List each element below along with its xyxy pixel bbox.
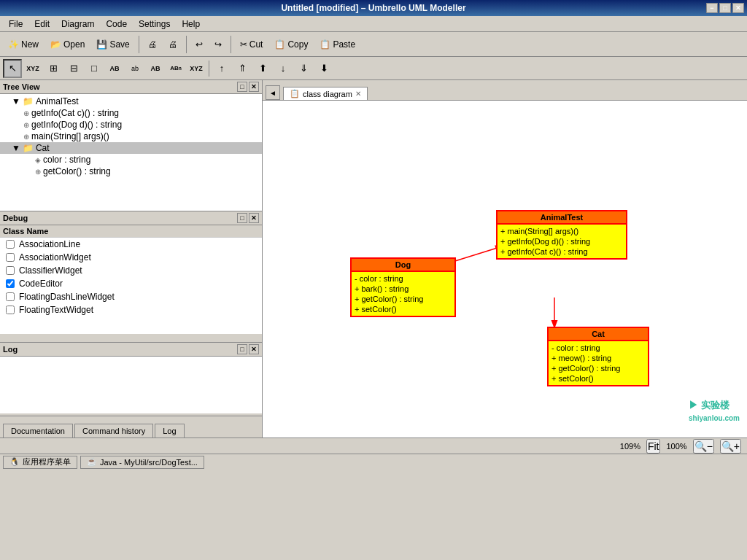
tree-item-label: getInfo(Dog d)() : string [31,120,122,130]
tree-item-main[interactable]: ⊕ main(String[] args)() [0,131,262,142]
taskbar-app[interactable]: 🐧 应用程序菜单 [3,456,77,469]
debug-item-floatingdash[interactable]: FloatingDashLineWidget [0,290,262,303]
arrow-down-tool[interactable]: ↓ [274,59,293,78]
zoom-in-button[interactable]: 🔍+ [720,439,741,454]
maximize-button[interactable]: □ [719,3,731,13]
taskbar-java[interactable]: ☕ Java - MyUtil/src/DogTest... [80,456,204,469]
arrow-down3-tool[interactable]: ⬇ [314,59,333,78]
menu-help[interactable]: Help [176,18,206,31]
xyz-tool[interactable]: XYZ [23,59,42,78]
redo-button[interactable]: ↪ [209,34,227,55]
fit-label: Fit [648,440,659,452]
canvas-tab-class-diagram[interactable]: 📋 class diagram ✕ [283,87,368,100]
open-button[interactable]: 📂 Open [45,34,90,55]
debug-check-codeeditor[interactable] [6,279,15,288]
debug-item-assocwidget[interactable]: AssociationWidget [0,251,262,264]
debug-content: AssociationLine AssociationWidget Classi… [0,238,262,334]
print-button[interactable]: 🖨 [143,34,162,55]
toolbar-sep-1 [139,36,139,53]
attr-icon: ◈ [35,156,41,164]
text2-tool[interactable]: ab [125,59,144,78]
debug-item-codeeditor[interactable]: CodeEditor [0,277,262,290]
print-icon: 🖨 [148,39,157,50]
print2-button[interactable]: 🖨 [163,34,182,55]
xyz2-tool[interactable]: XYZ [187,59,206,78]
tab-command-history[interactable]: Command history [74,424,153,438]
text-tool[interactable]: AB [105,59,124,78]
fit-button[interactable]: Fit [646,439,661,454]
class-tool[interactable]: ⊞ [44,59,63,78]
paste-button[interactable]: 📋 Paste [314,34,360,55]
print2-icon: 🖨 [169,39,177,50]
debug-check-floatingdash[interactable] [6,292,15,301]
menu-code[interactable]: Code [100,18,133,31]
uml-box-animaltest[interactable]: AnimalTest + main(String[] args)() + get… [496,210,627,260]
canvas-tab-label: class diagram [303,90,352,98]
tree-item-color[interactable]: ◈ color : string [0,154,262,166]
debug-item-assocline[interactable]: AssociationLine [0,238,262,251]
canvas-back-button[interactable]: ◄ [266,85,280,100]
arrow-up2-tool[interactable]: ⇑ [233,59,252,78]
method-icon: ⊕ [23,121,29,129]
debug-controls: □ ✕ [237,213,259,223]
copy-button[interactable]: 📋 Copy [269,34,313,55]
tree-item-getinfo-cat[interactable]: ⊕ getInfo(Cat c)() : string [0,107,262,119]
menu-edit[interactable]: Edit [28,18,55,31]
select-tool[interactable]: ↖ [3,59,22,78]
canvas-tab-close[interactable]: ✕ [355,90,361,98]
tab-log[interactable]: Log [155,424,184,438]
log-close[interactable]: ✕ [249,344,259,354]
new-button[interactable]: ✨ New [3,34,44,55]
minimize-button[interactable]: − [706,3,718,13]
tab-documentation[interactable]: Documentation [3,424,73,438]
open-label: Open [63,39,85,50]
log-title: Log [3,345,18,354]
tree-item-getcolor[interactable]: ⊕ getColor() : string [0,166,262,177]
tree-view-close[interactable]: ✕ [249,82,259,92]
menu-file[interactable]: File [3,18,28,31]
tree-view-undock[interactable]: □ [237,82,247,92]
text4-tool[interactable]: ABn [166,59,185,78]
arrow-down2-tool[interactable]: ⇓ [294,59,313,78]
menu-settings[interactable]: Settings [133,18,176,31]
tree-item-cat[interactable]: ▼ 📁 Cat [0,142,262,154]
text3-tool[interactable]: AB [146,59,165,78]
arrow-up3-tool[interactable]: ⬆ [253,59,272,78]
uml-box-cat[interactable]: Cat - color : string + meow() : string +… [547,327,649,386]
new-icon: ✨ [8,39,19,50]
tree-content: ▼ 📁 AnimalTest ⊕ getInfo(Cat c)() : stri… [0,94,262,209]
undo-button[interactable]: ↩ [190,34,208,55]
save-button[interactable]: 💾 Save [91,34,134,55]
zoom-out-button[interactable]: 🔍− [693,439,714,454]
debug-item-floatingtext[interactable]: FloatingTextWidget [0,303,262,316]
interface-tool[interactable]: ⊟ [64,59,83,78]
debug-item-classifierwidget[interactable]: ClassifierWidget [0,264,262,277]
cut-label: Cut [249,39,263,50]
paste-label: Paste [333,39,355,50]
uml-animaltest-method2: + getInfo(Dog d)() : string [500,236,623,246]
log-undock[interactable]: □ [237,344,247,354]
uml-dog-method2: + getColor() : string [355,294,452,304]
tree-item-animaltest[interactable]: ▼ 📁 AnimalTest [0,96,262,107]
tree-item-getinfo-dog[interactable]: ⊕ getInfo(Dog d)() : string [0,119,262,131]
canvas-content[interactable]: AnimalTest + main(String[] args)() + get… [263,101,747,438]
debug-undock[interactable]: □ [237,213,247,223]
tree-item-label: Cat [36,143,50,153]
titlebar: Untitled [modified] – Umbrello UML Model… [0,0,747,16]
debug-item-label: FloatingDashLineWidget [19,292,115,302]
debug-check-classifierwidget[interactable] [6,266,15,275]
tree-view-header: Tree View □ ✕ [0,80,262,94]
rect-tool[interactable]: □ [85,59,104,78]
zoom-level: 109% [620,442,640,451]
uml-dog-body: - color : string + bark() : string + get… [352,272,454,316]
debug-check-assocline[interactable] [6,240,15,249]
close-button[interactable]: ✕ [732,3,744,13]
debug-check-floatingtext[interactable] [6,306,15,314]
cut-button[interactable]: ✂ Cut [235,34,268,55]
menu-diagram[interactable]: Diagram [55,18,100,31]
debug-close[interactable]: ✕ [249,213,259,223]
arrow-up-tool[interactable]: ↑ [212,59,231,78]
uml-cat-body: - color : string + meow() : string + get… [549,341,648,385]
uml-box-dog[interactable]: Dog - color : string + bark() : string +… [350,257,456,317]
debug-check-assocwidget[interactable] [6,253,15,262]
